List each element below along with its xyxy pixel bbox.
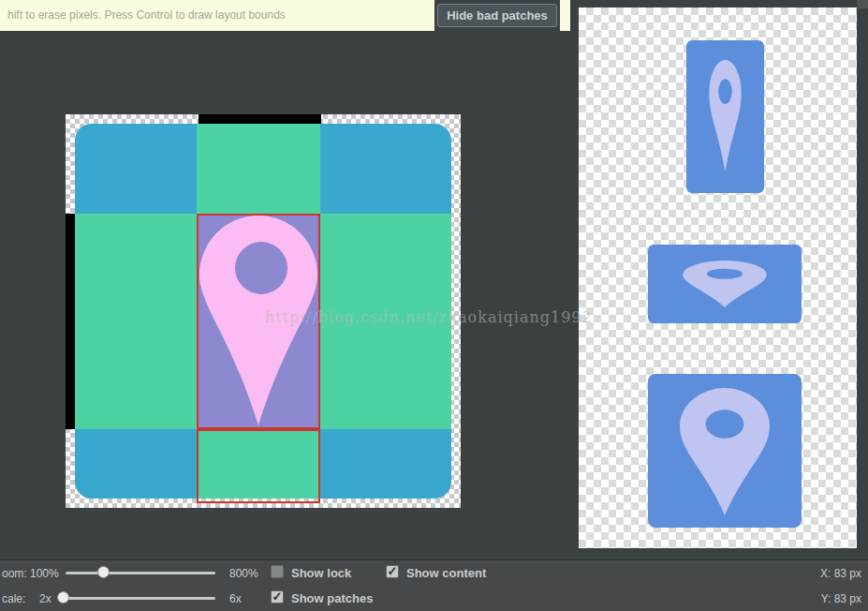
show-lock-label: Show lock bbox=[291, 566, 351, 580]
scale-max-label: 6x bbox=[229, 592, 242, 605]
patch-cell-top-left bbox=[75, 124, 197, 214]
patch-cell-bottom-right bbox=[320, 429, 451, 499]
preview-transparency-background bbox=[579, 7, 857, 548]
scale-slider-track[interactable] bbox=[58, 597, 215, 600]
patch-cell-bottom-left bbox=[75, 429, 197, 499]
scale-slider-thumb[interactable] bbox=[57, 591, 69, 604]
toolbar-hint-text: hift to erase pixels. Press Control to d… bbox=[7, 8, 286, 22]
map-pin-icon bbox=[669, 385, 781, 518]
hide-bad-patches-button[interactable]: Hide bad patches bbox=[437, 4, 557, 27]
preview-stretch-vertical bbox=[686, 40, 764, 193]
map-pin-icon bbox=[672, 260, 777, 308]
show-content-checkbox[interactable]: ✓ bbox=[386, 565, 399, 578]
stretch-marker-left[interactable] bbox=[66, 214, 75, 429]
patch-cell-top-middle bbox=[197, 124, 320, 214]
patch-cell-top-right bbox=[320, 124, 451, 214]
stretch-marker-top[interactable] bbox=[199, 114, 321, 124]
cursor-x-coordinate: X: 83 px bbox=[820, 567, 861, 580]
zoom-slider-thumb[interactable] bbox=[97, 566, 110, 578]
ninepatch-canvas[interactable] bbox=[66, 114, 461, 508]
show-content-label: Show content bbox=[406, 566, 486, 580]
patch-cell-middle-right bbox=[320, 214, 451, 429]
zoom-max-label: 800% bbox=[229, 567, 258, 580]
preview-stretch-both bbox=[648, 374, 802, 528]
show-patches-checkbox[interactable]: ✓ bbox=[271, 590, 284, 604]
map-pin-icon bbox=[705, 57, 745, 174]
ninepatch-editor-pane bbox=[0, 31, 571, 559]
patch-outline-center bbox=[197, 214, 320, 429]
scrollbar-track[interactable] bbox=[857, 0, 868, 8]
preview-pane bbox=[571, 0, 868, 559]
scale-min-label: 2x bbox=[39, 592, 51, 605]
status-bar: oom: 100% 800% ✓ Show lock ✓ Show conten… bbox=[0, 559, 868, 611]
show-patches-label: Show patches bbox=[291, 591, 373, 605]
scale-label: cale: bbox=[2, 592, 25, 605]
zoom-label: oom: 100% bbox=[2, 567, 59, 580]
preview-stretch-horizontal bbox=[648, 245, 802, 323]
show-lock-checkbox[interactable]: ✓ bbox=[271, 565, 284, 578]
cursor-y-coordinate: Y: 83 px bbox=[821, 592, 861, 605]
hide-bad-patches-container: Hide bad patches bbox=[434, 0, 560, 31]
patch-cell-middle-left bbox=[75, 214, 197, 429]
patch-outline-bottom bbox=[197, 429, 320, 503]
zoom-slider-track[interactable] bbox=[66, 572, 215, 574]
